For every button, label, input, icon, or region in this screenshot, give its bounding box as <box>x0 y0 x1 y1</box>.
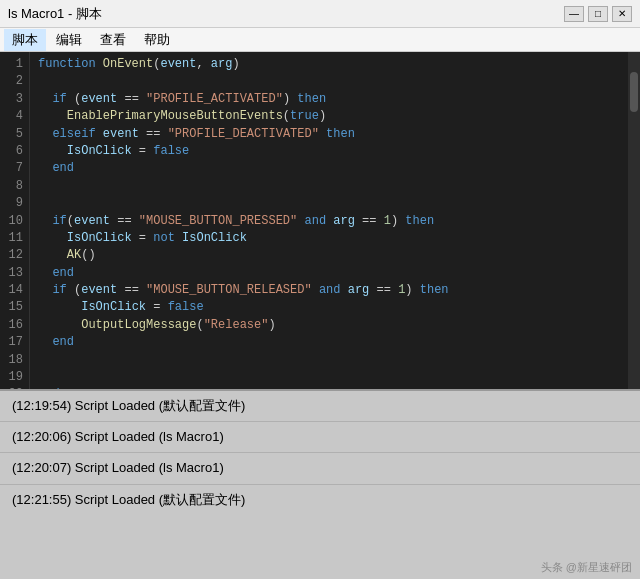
scrollbar-thumb[interactable] <box>630 72 638 112</box>
menu-script[interactable]: 脚本 <box>4 29 46 51</box>
window-controls: — □ ✕ <box>564 6 632 22</box>
main-area: 12345 678910 1112131415 1617181920 21222… <box>0 52 640 579</box>
minimize-button[interactable]: — <box>564 6 584 22</box>
maximize-button[interactable]: □ <box>588 6 608 22</box>
watermark: 头条 @新星速砰团 <box>541 560 632 575</box>
console-area: (12:19:54) Script Loaded (默认配置文件) (12:20… <box>0 389 640 579</box>
menu-bar: 脚本 编辑 查看 帮助 <box>0 28 640 52</box>
console-line-4: (12:21:55) Script Loaded (默认配置文件) <box>0 485 640 515</box>
code-editor[interactable]: 12345 678910 1112131415 1617181920 21222… <box>0 52 640 389</box>
menu-edit[interactable]: 编辑 <box>48 29 90 51</box>
title-bar: ls Macro1 - 脚本 — □ ✕ <box>0 0 640 28</box>
close-button[interactable]: ✕ <box>612 6 632 22</box>
code-content[interactable]: function OnEvent(event, arg) if (event =… <box>30 52 628 389</box>
menu-view[interactable]: 查看 <box>92 29 134 51</box>
window-title: ls Macro1 - 脚本 <box>8 5 102 23</box>
menu-help[interactable]: 帮助 <box>136 29 178 51</box>
line-numbers: 12345 678910 1112131415 1617181920 21222… <box>0 52 30 389</box>
console-line-1: (12:19:54) Script Loaded (默认配置文件) <box>0 391 640 422</box>
scrollbar[interactable] <box>628 52 640 389</box>
console-line-3: (12:20:07) Script Loaded (ls Macro1) <box>0 453 640 484</box>
console-line-2: (12:20:06) Script Loaded (ls Macro1) <box>0 422 640 453</box>
